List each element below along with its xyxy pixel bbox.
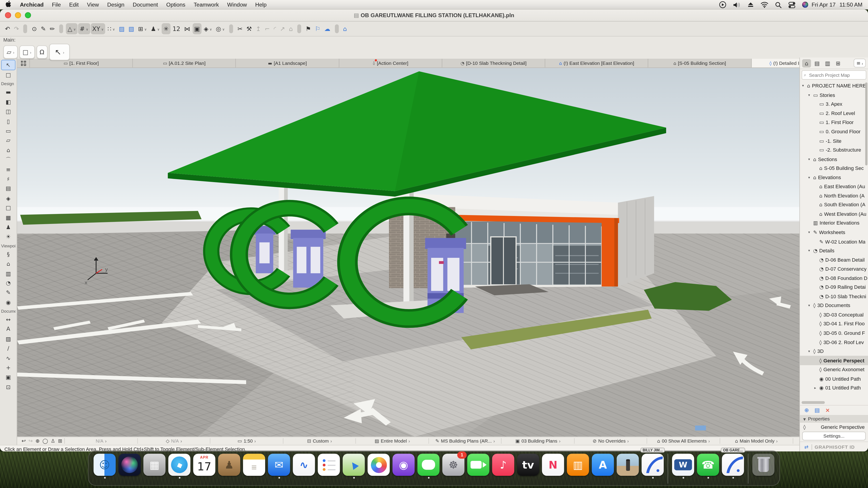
back-button[interactable]: ↩ (22, 438, 26, 444)
tree-camera-path-01[interactable]: ▸ ◉ 01 Untitled Path (800, 383, 868, 393)
tree-details[interactable]: ▾ ◔ Details (800, 246, 868, 255)
arrow-tool[interactable]: ↖ (1, 60, 16, 70)
3d-viewport[interactable]: y x (17, 68, 868, 436)
menu-item[interactable]: View (87, 2, 99, 8)
coordinates-button[interactable]: XY∨ (91, 23, 105, 34)
guide-lines-button[interactable]: #∨ (78, 23, 90, 34)
tree-stories[interactable]: ▾ ▭ Stories (800, 91, 868, 100)
tree-story-site[interactable]: ▭ -1. Site (800, 136, 868, 145)
section-tool[interactable]: § (1, 250, 16, 259)
roof-tool[interactable]: ⌂ (1, 145, 16, 155)
stretch-button[interactable]: ⋈ (182, 23, 192, 34)
tree-story-roof-level[interactable]: ▭ 2. Roof Level (800, 109, 868, 118)
menu-date[interactable]: Fri Apr 17 (812, 2, 836, 8)
tree-3d[interactable]: ▾ ◊ 3D (800, 347, 868, 356)
fit-in-window-button[interactable]: ⊞ (58, 438, 62, 444)
layout-book-button[interactable]: ▥ (823, 59, 832, 67)
dock-podcasts[interactable]: ◉ (392, 454, 415, 479)
tree-story-first-floor[interactable]: ▭ 1. First Floor (800, 118, 868, 127)
navigator-menu-button[interactable]: ≡› (854, 59, 866, 68)
pick-up-parameters-button[interactable]: ✎ (39, 23, 48, 34)
dock-system-settings[interactable]: 1 ☸ (442, 454, 465, 479)
tree-generic-perspective[interactable]: ◊ Generic Perspect (800, 356, 868, 365)
toolbar-divider[interactable] (229, 24, 233, 33)
tree-elevation-east[interactable]: ⌂ East Elevation (Au (800, 182, 868, 191)
tree-story-ground-floor[interactable]: ▭ 0. Ground Floor (800, 127, 868, 136)
publisher-sets-button[interactable]: ⊞ (834, 59, 842, 67)
tree-detail-d07[interactable]: ◔ D-07 Conservancy (800, 264, 868, 273)
dock-divider[interactable] (668, 454, 668, 484)
delete-viewpoint-button[interactable]: × (825, 407, 830, 413)
project-map-button[interactable]: ⌂ (802, 59, 811, 67)
beam-tool[interactable]: ▭ (1, 126, 16, 136)
dock-trash[interactable] (752, 454, 775, 479)
viewpoint-settings-button[interactable]: ▤ (814, 407, 819, 413)
dock-music[interactable]: ♪ (492, 454, 515, 479)
toolbar-divider[interactable] (24, 24, 27, 33)
stair-tool[interactable]: ≡ (1, 165, 16, 175)
tree-project-root[interactable]: ▾ ⌂ PROJECT NAME HERE (800, 81, 868, 91)
mesh-tool[interactable]: ▦ (1, 213, 16, 223)
interior-elevation-tool[interactable]: ▥ (1, 269, 16, 279)
text-tool[interactable]: A (1, 325, 16, 334)
siri-icon[interactable] (802, 2, 808, 8)
tree-story-substructure[interactable]: ▭ -2. Substructure (800, 145, 868, 155)
dock-notes[interactable]: ≡ (243, 454, 266, 479)
drawing-tool[interactable]: ⊡ (1, 383, 16, 392)
close-button[interactable] (5, 12, 11, 18)
split-button[interactable]: ✂ (236, 23, 244, 34)
dock-reminders[interactable] (317, 454, 340, 479)
view-map-button[interactable]: ▤ (813, 59, 822, 67)
apple-menu[interactable] (5, 0, 11, 9)
morph-tool[interactable]: ◈ (1, 194, 16, 203)
menu-item[interactable]: File (52, 2, 61, 8)
zoom-in-button[interactable]: ⊕ (35, 438, 39, 444)
control-center-icon[interactable] (788, 1, 796, 8)
dock-books[interactable]: ▥ (566, 454, 590, 479)
menu-item[interactable]: Window (227, 2, 247, 8)
menu-item[interactable]: Help (255, 2, 267, 8)
dock-app-store[interactable]: A (591, 454, 615, 479)
clipboard-button[interactable]: ⊞∨ (136, 23, 149, 34)
redo-button[interactable]: ↷ (12, 23, 21, 34)
volume-icon[interactable] (733, 1, 741, 8)
favorites-selector[interactable]: ◇ N/A › (138, 438, 211, 444)
tree-detail-d08[interactable]: ◔ D-08 Foundation D (800, 273, 868, 283)
renovation-filter-selector[interactable]: ⌂ Main Model Only › (720, 438, 793, 444)
dock-calendar[interactable]: APR 17 (193, 454, 216, 479)
dock-whatsapp[interactable]: ☎ (696, 454, 720, 479)
model-view-options-selector[interactable]: ▣ 03 Building Plans › (502, 438, 575, 444)
edit-transform-button[interactable]: ▣ (192, 23, 202, 34)
line-tool[interactable]: ∕ (1, 344, 16, 354)
grid-snap-button[interactable]: ∷∨ (106, 23, 117, 34)
virtual-trace-button[interactable]: ✳ (162, 23, 170, 34)
toolbar-divider[interactable] (297, 24, 301, 33)
door-tool[interactable]: ◧ (1, 97, 16, 107)
tree-3ddoc-03[interactable]: ◊ 3D-03 Conceptual (800, 310, 868, 320)
search-input[interactable] (808, 72, 864, 78)
lamp-tool[interactable]: ☀ (1, 232, 16, 242)
tree-worksheets[interactable]: ▾ ✎ Worksheets (800, 228, 868, 237)
dimension-tool[interactable]: ↔ (1, 315, 16, 325)
minimize-button[interactable] (15, 12, 21, 18)
spline-tool[interactable]: ∿ (1, 354, 16, 363)
wifi-icon[interactable] (761, 2, 768, 8)
explore-walk-button[interactable]: ♙ (51, 438, 55, 444)
add-viewpoint-button[interactable]: ⊕ (804, 407, 809, 413)
graphisoft-id-label[interactable]: GRAPHISOFT ID (815, 444, 855, 449)
search-icon[interactable] (775, 1, 782, 8)
tab-site-plan[interactable]: ▭ [A.01.2 Site Plan] (133, 59, 236, 68)
dock-freeform[interactable]: ∿ (292, 454, 315, 479)
worksheet-tool[interactable]: ✎ (1, 288, 16, 298)
column-tool[interactable]: ▯ (1, 117, 16, 127)
dock-tv[interactable]: tv (517, 454, 540, 479)
wall-tool[interactable]: ▬ (1, 88, 16, 98)
dock-maps[interactable]: ▲ (342, 454, 365, 479)
tree-section-s05[interactable]: ⌂ S-05 Building Sec (800, 164, 868, 173)
tree-elevation-west[interactable]: ⌂ West Elevation (Au (800, 209, 868, 219)
inject-parameters-button[interactable]: ✏ (48, 23, 57, 34)
scale-selector[interactable]: ▭ 1:50 › (211, 438, 283, 444)
adjust-button[interactable]: ⚒ (245, 23, 254, 34)
menu-item[interactable]: Edit (69, 2, 79, 8)
menu-item[interactable]: Document (133, 2, 158, 8)
